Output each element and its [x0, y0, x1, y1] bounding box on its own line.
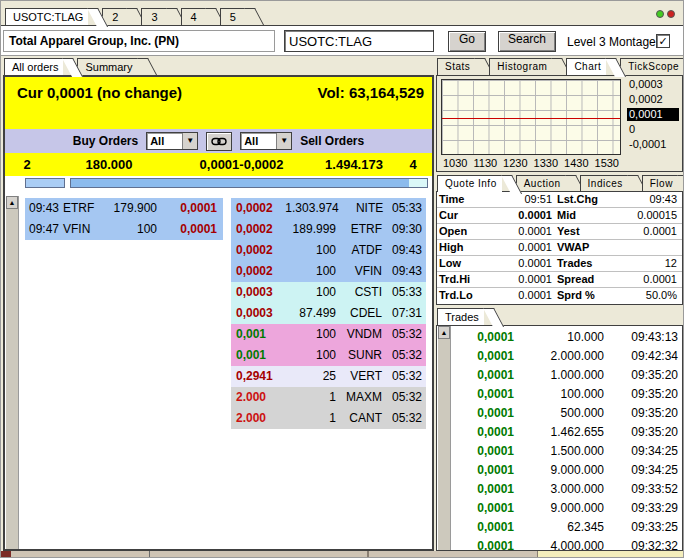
sell-order-row[interactable]: 0,001 100 VNDM 05:32: [231, 324, 426, 345]
trade-row[interactable]: 0,0001 2.000.000 09:42:34: [452, 347, 680, 366]
sell-order-row[interactable]: 2.000 1 CANT 05:32: [231, 408, 426, 429]
quote-label: Trd.Hi: [437, 272, 481, 287]
trade-row[interactable]: 0,0001 9.000.000 09:33:29: [452, 499, 680, 518]
trade-time: 09:35:20: [618, 423, 680, 442]
order-price: 2.000: [231, 387, 287, 408]
sell-order-row[interactable]: 0,2941 25 VERT 05:32: [231, 366, 426, 387]
trade-price: 0,0001: [452, 423, 514, 442]
chevron-down-icon[interactable]: ▼: [182, 133, 197, 149]
chain-link-icon: [211, 137, 227, 146]
order-price: 0,0002: [231, 198, 285, 219]
sell-order-row[interactable]: 2.000 1 MAXM 05:32: [231, 387, 426, 408]
tab-flow[interactable]: Flow: [642, 175, 678, 192]
tab-auction[interactable]: Auction: [516, 175, 566, 192]
trade-row[interactable]: 0,0001 1.500.000 09:34:25: [452, 442, 680, 461]
trade-row[interactable]: 0,0001 9.000.000 09:34:25: [452, 461, 680, 480]
order-price: 0,001: [231, 345, 287, 366]
book-scrollbar[interactable]: ▲: [6, 196, 19, 549]
y-tick-current: 0,0001: [627, 108, 679, 121]
depth-bars: [5, 176, 432, 190]
trade-row[interactable]: 0,0001 500.000 09:35:20: [452, 404, 680, 423]
trade-time: 09:34:25: [618, 461, 680, 480]
sliver-segment: [150, 551, 369, 557]
tab-all-orders[interactable]: All orders: [4, 58, 63, 75]
trade-row[interactable]: 0,0001 10.000 09:43:13: [452, 328, 680, 347]
quote-info-row: High 0.0001 VWAP: [437, 240, 682, 256]
tab-chart[interactable]: Chart: [566, 58, 606, 75]
tab-5[interactable]: 5: [220, 8, 245, 25]
quote-label: Sprd %: [555, 288, 613, 304]
tab-3[interactable]: 3: [141, 8, 166, 25]
summary-banner: Cur 0,0001 (no change) Vol: 63,164,529: [5, 77, 432, 129]
order-size: 100: [107, 219, 167, 240]
scroll-up-icon[interactable]: ▲: [6, 196, 18, 209]
sell-filter-select[interactable]: All ▼: [240, 132, 292, 150]
tab-histogram[interactable]: Histogram: [489, 58, 552, 75]
tab-quote-info[interactable]: Quote Info: [437, 175, 502, 192]
sell-order-row[interactable]: 0,0002 100 ATDF 09:43: [231, 240, 426, 261]
buy-order-row[interactable]: 09:43 ETRF 179.900 0,0001: [25, 198, 223, 219]
quote-label: Yest: [555, 224, 613, 239]
tab-usotc-tlag[interactable]: USOTC:TLAG: [5, 8, 88, 25]
quote-info-row: Trd.Hi 0.0001 Spread 0.0001: [437, 272, 682, 288]
sell-order-row[interactable]: 0,001 100 SUNR 05:32: [231, 345, 426, 366]
trade-price: 0,0001: [452, 385, 514, 404]
link-orders-button[interactable]: [206, 132, 232, 151]
quote-label: Open: [437, 224, 481, 239]
tab-4[interactable]: 4: [181, 8, 206, 25]
quote-value: 0.0001: [613, 272, 680, 287]
buy-order-row[interactable]: 09:47 VFIN 100 0,0001: [25, 219, 223, 240]
buy-filter-select[interactable]: All ▼: [146, 132, 198, 150]
tab-indices[interactable]: Indices: [580, 175, 628, 192]
trade-row[interactable]: 0,0001 1.000.000 09:35:20: [452, 366, 680, 385]
chevron-down-icon[interactable]: ▼: [276, 133, 291, 149]
chart-y-axis: 0,0003 0,0002 0,0001 0 -0,0001: [625, 76, 681, 156]
trade-size: 1.000.000: [514, 366, 618, 385]
market-maker: SUNR: [336, 345, 382, 366]
trade-price: 0,0001: [452, 537, 514, 551]
search-button[interactable]: Search: [498, 31, 556, 52]
trades-scrollbar[interactable]: ▲: [438, 326, 451, 550]
bottom-edge-strip: [1, 551, 684, 557]
tab-tickscope[interactable]: TickScope: [620, 58, 684, 75]
quote-value: 0.00015: [613, 208, 680, 223]
trade-size: 9.000.000: [514, 461, 618, 480]
trade-row[interactable]: 0,0001 4.000.000 09:32:32: [452, 537, 680, 551]
quote-value: [613, 240, 680, 255]
order-time: 09:30: [382, 219, 426, 240]
best-bid-ask-row: 2 180.000 0,0001-0,0002 1.494.173 4: [5, 153, 432, 176]
order-size: 1: [287, 408, 336, 429]
trades-list: 0,0001 10.000 09:43:13 0,0001 2.000.000 …: [452, 328, 680, 551]
quote-label: Spread: [555, 272, 613, 287]
level3-montage-label: Level 3 Montage: [567, 35, 656, 49]
sell-order-row[interactable]: 0,0003 100 CSTI 05:33: [231, 282, 426, 303]
order-time: 09:47: [25, 219, 63, 240]
sell-order-row[interactable]: 0,0002 1.303.974 NITE 05:33: [231, 198, 426, 219]
x-tick: 1330: [534, 157, 558, 169]
trade-row[interactable]: 0,0001 100.000 09:35:20: [452, 385, 680, 404]
sell-order-row[interactable]: 0,0002 100 VFIN 09:43: [231, 261, 426, 282]
status-indicators: [656, 10, 675, 18]
chart-tab-bar: Stats Histogram Chart TickScope: [437, 58, 684, 75]
order-time: 05:32: [382, 324, 426, 345]
sell-order-row[interactable]: 0,0003 87.499 CDEL 07:31: [231, 303, 426, 324]
sell-order-row[interactable]: 0,0002 189.999 ETRF 09:30: [231, 219, 426, 240]
scroll-up-icon[interactable]: ▲: [438, 326, 450, 339]
tab-trades[interactable]: Trades: [437, 308, 484, 325]
level3-montage-checkbox[interactable]: ✓: [656, 34, 670, 48]
trade-row[interactable]: 0,0001 62.345 09:33:25: [452, 518, 680, 537]
trade-row[interactable]: 0,0001 1.462.655 09:35:20: [452, 423, 680, 442]
trade-time: 09:33:29: [618, 499, 680, 518]
order-price: 0,0001: [167, 219, 223, 240]
go-button[interactable]: Go: [448, 31, 486, 52]
quote-value: 0.0001: [481, 272, 555, 287]
order-size: 100: [287, 240, 336, 261]
trade-row[interactable]: 0,0001 3.000.000 09:33:52: [452, 480, 680, 499]
symbol-input[interactable]: [284, 30, 434, 52]
tab-summary[interactable]: Summary: [77, 58, 137, 75]
trade-size: 10.000: [514, 328, 618, 347]
tab-stats[interactable]: Stats: [437, 58, 475, 75]
trades-list-container: ▲ 0,0001 10.000 09:43:13 0,0001 2.000.00…: [436, 325, 683, 551]
order-price: 0,0002: [231, 240, 287, 261]
market-maker: CDEL: [336, 303, 382, 324]
